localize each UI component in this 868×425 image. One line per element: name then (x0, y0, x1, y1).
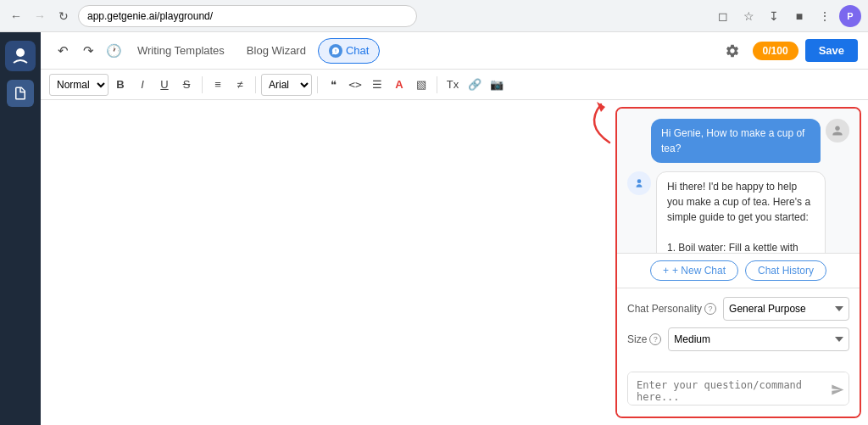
chat-messages[interactable]: Hi Genie, How to make a cup of tea? Hi t… (617, 109, 860, 253)
bold-button[interactable]: B (110, 75, 131, 95)
main-content: ↶ ↷ 🕐 Writing Templates Blog Wizard Chat… (41, 32, 868, 425)
settings-button[interactable] (719, 37, 746, 64)
download-icon[interactable]: ↧ (763, 5, 785, 27)
tab-writing-templates[interactable]: Writing Templates (127, 39, 235, 62)
reload-button[interactable]: ↻ (54, 7, 73, 25)
history-button[interactable]: 🕐 (102, 39, 125, 63)
svg-point-0 (16, 48, 25, 57)
sidebar (0, 32, 41, 425)
token-badge: 0/100 (753, 42, 798, 60)
personality-info-icon[interactable]: ? (704, 303, 716, 315)
divider-4 (437, 76, 437, 93)
settings-row-size: Size ? Small Medium Large (627, 327, 849, 351)
chat-input[interactable] (627, 372, 849, 405)
divider-3 (317, 76, 318, 93)
back-button[interactable]: ← (7, 7, 25, 25)
user-avatar (826, 119, 849, 143)
tab-blog-wizard[interactable]: Blog Wizard (236, 39, 316, 62)
address-bar[interactable] (78, 5, 417, 27)
plus-icon: + (663, 265, 669, 277)
profile-avatar[interactable]: P (839, 5, 861, 27)
forward-button[interactable]: → (31, 7, 49, 25)
redo-button[interactable]: ↷ (76, 39, 100, 63)
message-row-bot: Hi there! I'd be happy to help you make … (627, 171, 849, 253)
app-container: ↶ ↷ 🕐 Writing Templates Blog Wizard Chat… (0, 32, 868, 425)
strikethrough-button[interactable]: S (176, 75, 197, 95)
undo-button[interactable]: ↶ (51, 39, 75, 63)
menu-icon[interactable]: ⋮ (814, 5, 836, 27)
underline-button[interactable]: U (154, 75, 175, 95)
browser-right-icons: ◻ ☆ ↧ ■ ⋮ P (712, 5, 861, 27)
sidebar-icon-editor[interactable] (7, 80, 34, 107)
font-select[interactable]: Arial Times New Roman Courier (261, 74, 312, 96)
bookmark-icon[interactable]: ☆ (737, 5, 760, 27)
text-color-button[interactable]: A (389, 75, 409, 95)
toolbar-right: 0/100 Save (719, 37, 858, 64)
bullet-list-button[interactable]: ≡ (208, 75, 228, 95)
chat-tab-label: Chat (346, 44, 369, 57)
bot-avatar (627, 171, 651, 195)
chat-actions: + + New Chat Chat History (617, 253, 860, 288)
editor-chat-container: Hi Genie, How to make a cup of tea? Hi t… (41, 100, 868, 425)
browser-chrome: ← → ↻ ◻ ☆ ↧ ■ ⋮ P (0, 0, 868, 32)
blockquote-button[interactable]: ❝ (323, 75, 343, 95)
editor-area[interactable] (41, 100, 609, 425)
message-row-user: Hi Genie, How to make a cup of tea? (627, 119, 849, 163)
clear-format-button[interactable]: Tx (442, 75, 463, 95)
chat-panel: Hi Genie, How to make a cup of tea? Hi t… (615, 107, 861, 418)
settings-row-personality: Chat Personality ? General Purpose Profe… (627, 297, 849, 321)
cast-icon[interactable]: ◻ (712, 5, 734, 27)
chat-input-area (617, 365, 860, 417)
chat-history-button[interactable]: Chat History (745, 260, 826, 281)
image-button[interactable]: 📷 (487, 75, 507, 95)
link-button[interactable]: 🔗 (465, 75, 485, 95)
svg-point-2 (637, 179, 642, 183)
sidebar-logo[interactable] (5, 41, 36, 71)
divider-2 (255, 76, 256, 93)
numbered-list-button[interactable]: ≠ (230, 75, 250, 95)
size-info-icon[interactable]: ? (649, 333, 661, 345)
code-button[interactable]: <> (345, 75, 365, 95)
extensions-icon[interactable]: ■ (788, 5, 810, 27)
chat-tab-icon (329, 44, 342, 58)
toolbar-tabs: ↶ ↷ 🕐 Writing Templates Blog Wizard Chat (51, 38, 380, 64)
save-button[interactable]: Save (805, 39, 858, 62)
personality-label: Chat Personality ? (627, 303, 716, 315)
new-chat-button[interactable]: + + New Chat (650, 260, 738, 281)
divider-1 (202, 76, 203, 93)
highlight-button[interactable]: ▧ (411, 75, 431, 95)
user-message-bubble: Hi Genie, How to make a cup of tea? (651, 119, 821, 163)
chat-settings: Chat Personality ? General Purpose Profe… (617, 288, 860, 365)
size-label: Size ? (627, 333, 661, 345)
bot-message-bubble: Hi there! I'd be happy to help you make … (656, 171, 826, 253)
italic-button[interactable]: I (132, 75, 153, 95)
toolbar: ↶ ↷ 🕐 Writing Templates Blog Wizard Chat… (41, 32, 868, 70)
size-select[interactable]: Small Medium Large (668, 327, 849, 351)
send-icon[interactable] (831, 383, 844, 399)
style-select[interactable]: Normal Heading 1 Heading 2 (49, 74, 108, 96)
personality-select[interactable]: General Purpose Professional Creative (723, 297, 849, 321)
tab-chat[interactable]: Chat (318, 38, 380, 64)
format-bar: Normal Heading 1 Heading 2 B I U S ≡ ≠ A… (41, 70, 868, 100)
align-left-button[interactable]: ☰ (367, 75, 387, 95)
